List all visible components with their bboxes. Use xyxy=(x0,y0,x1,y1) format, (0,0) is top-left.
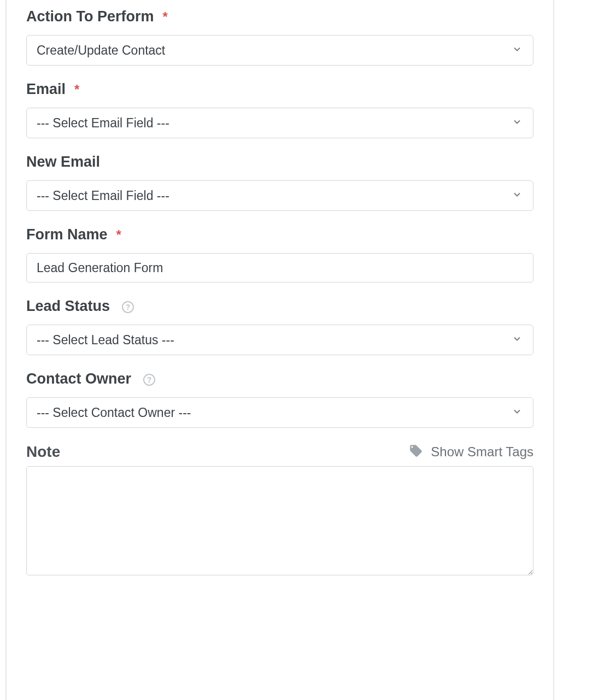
lead-status-label-row: Lead Status xyxy=(26,298,533,315)
action-required-marker: * xyxy=(163,9,168,25)
form-name-group: Form Name * xyxy=(26,226,533,283)
tag-icon xyxy=(409,444,423,460)
lead-status-group: Lead Status --- Select Lead Status --- xyxy=(26,298,533,355)
show-smart-tags-button[interactable]: Show Smart Tags xyxy=(409,444,533,460)
contact-owner-group: Contact Owner --- Select Contact Owner -… xyxy=(26,370,533,428)
note-label-row: Note Show Smart Tags xyxy=(26,443,533,461)
contact-owner-label: Contact Owner xyxy=(26,370,131,387)
contact-owner-select[interactable]: --- Select Contact Owner --- xyxy=(26,397,533,428)
email-select-value: --- Select Email Field --- xyxy=(37,116,169,131)
new-email-label-row: New Email xyxy=(26,154,533,170)
action-select-value: Create/Update Contact xyxy=(37,43,165,58)
form-name-label: Form Name xyxy=(26,226,108,243)
contact-owner-label-row: Contact Owner xyxy=(26,370,533,387)
action-select[interactable]: Create/Update Contact xyxy=(26,35,533,66)
contact-owner-select-value: --- Select Contact Owner --- xyxy=(37,405,191,420)
email-label: Email xyxy=(26,81,66,98)
note-label: Note xyxy=(26,443,60,461)
new-email-select[interactable]: --- Select Email Field --- xyxy=(26,180,533,211)
show-smart-tags-label: Show Smart Tags xyxy=(431,444,533,460)
note-textarea[interactable] xyxy=(26,466,533,575)
action-group: Action To Perform * Create/Update Contac… xyxy=(26,8,533,66)
lead-status-select[interactable]: --- Select Lead Status --- xyxy=(26,325,533,355)
form-name-label-row: Form Name * xyxy=(26,226,533,243)
help-icon[interactable] xyxy=(122,301,134,313)
action-label: Action To Perform xyxy=(26,8,154,25)
email-label-row: Email * xyxy=(26,81,533,98)
action-label-row: Action To Perform * xyxy=(26,8,533,25)
new-email-group: New Email --- Select Email Field --- xyxy=(26,154,533,211)
new-email-select-value: --- Select Email Field --- xyxy=(37,189,169,203)
email-required-marker: * xyxy=(74,82,79,97)
lead-status-select-value: --- Select Lead Status --- xyxy=(37,333,174,348)
form-container: Action To Perform * Create/Update Contac… xyxy=(5,0,554,700)
lead-status-label: Lead Status xyxy=(26,298,110,315)
note-group: Note Show Smart Tags xyxy=(26,443,533,578)
form-name-required-marker: * xyxy=(116,227,121,243)
form-name-input[interactable] xyxy=(26,253,533,283)
email-select[interactable]: --- Select Email Field --- xyxy=(26,108,533,138)
help-icon[interactable] xyxy=(143,374,155,386)
new-email-label: New Email xyxy=(26,154,100,170)
email-group: Email * --- Select Email Field --- xyxy=(26,81,533,138)
